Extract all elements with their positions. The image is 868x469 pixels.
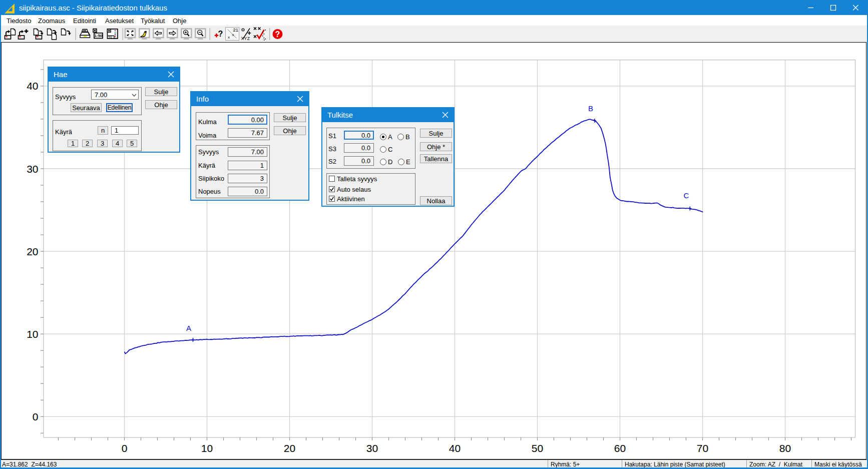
svg-text:40: 40 [27,80,38,92]
svg-text:21: 21 [233,27,239,33]
svg-text:0: 0 [33,411,39,422]
svg-text:x: x [232,33,234,37]
svg-text:70: 70 [697,442,708,454]
svg-text:1: 1 [111,36,112,39]
svg-text:20: 20 [27,246,38,257]
svg-text:40: 40 [449,442,461,454]
svg-text:?: ? [275,30,280,39]
svg-text:60: 60 [614,442,626,454]
svg-text:XYZ: XYZ [241,36,250,41]
svg-text:10: 10 [27,328,38,340]
svg-text:x: x [228,35,230,40]
svg-text:A: A [186,324,191,332]
svg-text:C: C [684,191,689,200]
svg-text:0: 0 [122,442,128,454]
svg-text:30: 30 [366,442,378,454]
svg-text:20: 20 [284,442,295,454]
svg-text:50: 50 [532,442,543,454]
svg-text:10: 10 [201,442,213,454]
svg-text:80: 80 [779,442,791,454]
svg-text:?: ? [218,30,223,38]
svg-text:B: B [588,104,593,113]
svg-text:1:50: 1:50 [94,34,103,38]
svg-text:30: 30 [27,163,38,175]
